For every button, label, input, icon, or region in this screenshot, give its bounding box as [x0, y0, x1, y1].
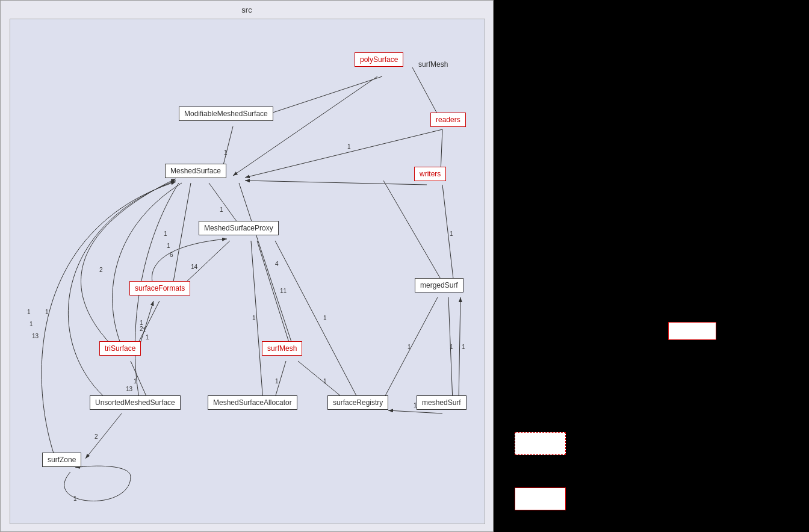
- node-surfZone[interactable]: surfZone: [42, 453, 81, 467]
- label-surfMesh-top: surfMesh: [418, 60, 448, 69]
- svg-text:1: 1: [29, 321, 33, 327]
- svg-text:1: 1: [143, 327, 146, 333]
- node-modifiableMeshedSurface[interactable]: ModifiableMeshedSurface: [179, 107, 273, 121]
- svg-text:13: 13: [32, 333, 39, 339]
- svg-text:1: 1: [450, 230, 453, 237]
- svg-line-47: [85, 413, 122, 459]
- svg-text:1: 1: [220, 206, 223, 213]
- svg-text:1: 1: [45, 309, 49, 315]
- svg-text:1: 1: [167, 243, 170, 249]
- svg-text:1: 1: [450, 344, 453, 350]
- node-polySurface[interactable]: polySurface: [355, 52, 403, 67]
- svg-text:1: 1: [252, 315, 256, 321]
- diagram-arrows: 1 1 1 1 1 6 2 4 1: [10, 19, 504, 532]
- node-meshedSurfaceProxy[interactable]: MeshedSurfaceProxy: [199, 221, 279, 235]
- svg-text:2: 2: [140, 326, 143, 332]
- svg-text:1: 1: [140, 320, 143, 326]
- node-surfaceRegistry[interactable]: surfaceRegistry: [327, 395, 388, 410]
- node-meshedSurfaceAllocator[interactable]: MeshedSurfaceAllocator: [208, 395, 297, 410]
- svg-line-29: [442, 185, 454, 284]
- diagram-container: src 1 1: [0, 0, 494, 532]
- svg-line-43: [448, 297, 453, 401]
- svg-text:1: 1: [134, 378, 137, 385]
- node-writers[interactable]: writers: [414, 167, 446, 181]
- svg-text:6: 6: [170, 252, 173, 258]
- svg-text:1: 1: [347, 143, 351, 150]
- svg-text:1: 1: [323, 315, 327, 321]
- svg-text:14: 14: [191, 264, 198, 270]
- svg-text:1: 1: [275, 378, 279, 385]
- svg-line-20: [383, 181, 444, 284]
- svg-text:11: 11: [280, 288, 287, 294]
- svg-line-53: [459, 297, 460, 401]
- svg-text:1: 1: [323, 378, 327, 385]
- svg-text:1: 1: [462, 344, 465, 350]
- svg-text:2: 2: [95, 433, 98, 440]
- node-surfaceFormats[interactable]: surfaceFormats: [129, 281, 190, 295]
- svg-line-31: [137, 301, 160, 346]
- right-node-1[interactable]: [668, 322, 716, 340]
- node-triSurface[interactable]: triSurface: [99, 341, 141, 356]
- svg-line-25: [251, 241, 263, 401]
- svg-text:1: 1: [27, 309, 31, 315]
- svg-line-7: [245, 129, 442, 178]
- svg-line-51: [388, 410, 442, 413]
- right-node-3[interactable]: [515, 487, 566, 510]
- svg-line-27: [275, 241, 359, 401]
- inner-diagram-box: 1 1 1 1 1 6 2 4 1: [10, 19, 485, 524]
- node-surfMesh-inner[interactable]: surfMesh: [262, 341, 302, 356]
- svg-line-45: [382, 297, 438, 401]
- svg-line-13: [172, 183, 191, 292]
- svg-line-10: [245, 181, 427, 185]
- node-meshedSurf[interactable]: meshedSurf: [417, 395, 466, 410]
- node-mergedSurf[interactable]: mergedSurf: [415, 278, 463, 292]
- node-unsortedMeshedSurface[interactable]: UnsortedMeshedSurface: [90, 395, 181, 410]
- node-meshedSurface[interactable]: MeshedSurface: [165, 164, 226, 178]
- svg-text:13: 13: [126, 386, 133, 392]
- svg-text:1: 1: [73, 495, 77, 502]
- svg-line-3: [233, 76, 377, 176]
- right-node-2[interactable]: [515, 432, 566, 455]
- svg-text:2: 2: [99, 267, 103, 273]
- svg-text:1: 1: [408, 344, 411, 350]
- svg-text:1: 1: [224, 149, 228, 156]
- node-readers[interactable]: readers: [430, 113, 466, 127]
- svg-text:1: 1: [164, 230, 167, 237]
- svg-text:4: 4: [275, 261, 279, 267]
- svg-text:1: 1: [146, 334, 149, 341]
- svg-line-23: [257, 241, 290, 346]
- src-label: src: [241, 5, 252, 14]
- svg-line-18: [239, 183, 293, 347]
